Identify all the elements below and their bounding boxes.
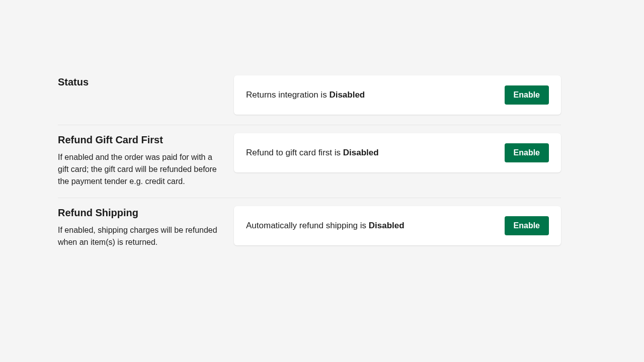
shipping-card-text: Automatically refund shipping is Disable… <box>246 220 405 232</box>
status-section-right: Returns integration is Disabled Enable <box>234 75 561 115</box>
gift-card-card-text: Refund to gift card first is Disabled <box>246 147 379 159</box>
shipping-card: Automatically refund shipping is Disable… <box>234 206 561 245</box>
shipping-card-prefix: Automatically refund shipping is <box>246 221 369 230</box>
status-card-status: Disabled <box>329 90 365 100</box>
gift-card-description: If enabled and the order was paid for wi… <box>58 151 224 188</box>
gift-card-section: Refund Gift Card First If enabled and th… <box>58 133 561 198</box>
status-enable-button[interactable]: Enable <box>505 85 549 105</box>
status-section: Status Returns integration is Disabled E… <box>58 75 561 125</box>
gift-card-section-left: Refund Gift Card First If enabled and th… <box>58 133 234 188</box>
gift-card-title: Refund Gift Card First <box>58 133 224 146</box>
status-card-text: Returns integration is Disabled <box>246 89 365 101</box>
shipping-enable-button[interactable]: Enable <box>505 216 549 235</box>
settings-container: Status Returns integration is Disabled E… <box>0 0 644 258</box>
status-section-left: Status <box>58 75 234 115</box>
shipping-card-status: Disabled <box>369 221 405 230</box>
shipping-section: Refund Shipping If enabled, shipping cha… <box>58 206 561 258</box>
gift-card-card-status: Disabled <box>343 148 379 157</box>
shipping-section-right: Automatically refund shipping is Disable… <box>234 206 561 248</box>
gift-card-enable-button[interactable]: Enable <box>505 143 549 162</box>
gift-card-card: Refund to gift card first is Disabled En… <box>234 133 561 172</box>
gift-card-card-prefix: Refund to gift card first is <box>246 148 343 157</box>
shipping-section-left: Refund Shipping If enabled, shipping cha… <box>58 206 234 248</box>
status-title: Status <box>58 75 224 88</box>
shipping-title: Refund Shipping <box>58 206 224 219</box>
status-card: Returns integration is Disabled Enable <box>234 75 561 115</box>
gift-card-section-right: Refund to gift card first is Disabled En… <box>234 133 561 188</box>
status-card-prefix: Returns integration is <box>246 90 329 100</box>
shipping-description: If enabled, shipping charges will be ref… <box>58 224 224 248</box>
